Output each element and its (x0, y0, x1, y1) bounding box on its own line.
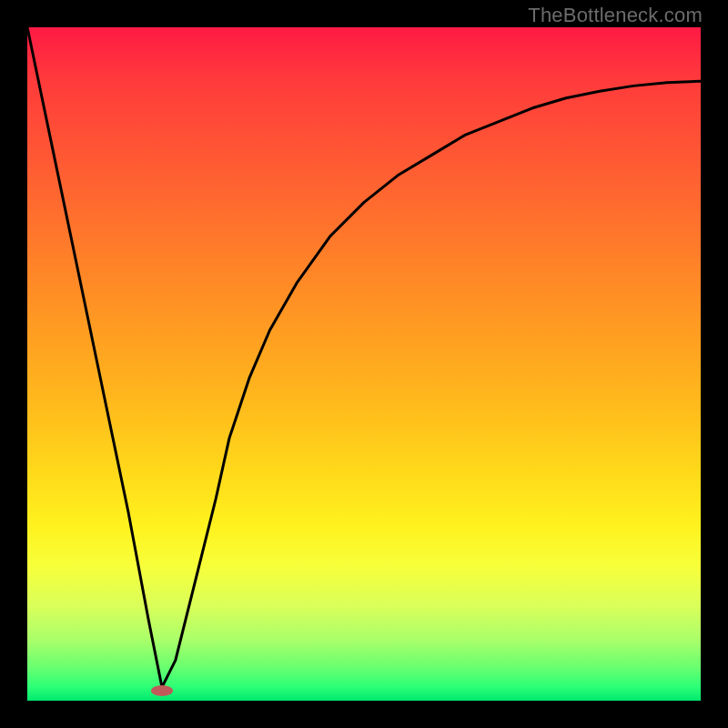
chart-frame: marker TheBottleneck.com (0, 0, 728, 728)
watermark-text: TheBottleneck.com (528, 4, 703, 27)
bottleneck-curve (27, 27, 701, 687)
plot-svg: marker (27, 27, 701, 701)
optimum-marker: marker (151, 685, 173, 696)
plot-area: marker (27, 27, 701, 701)
